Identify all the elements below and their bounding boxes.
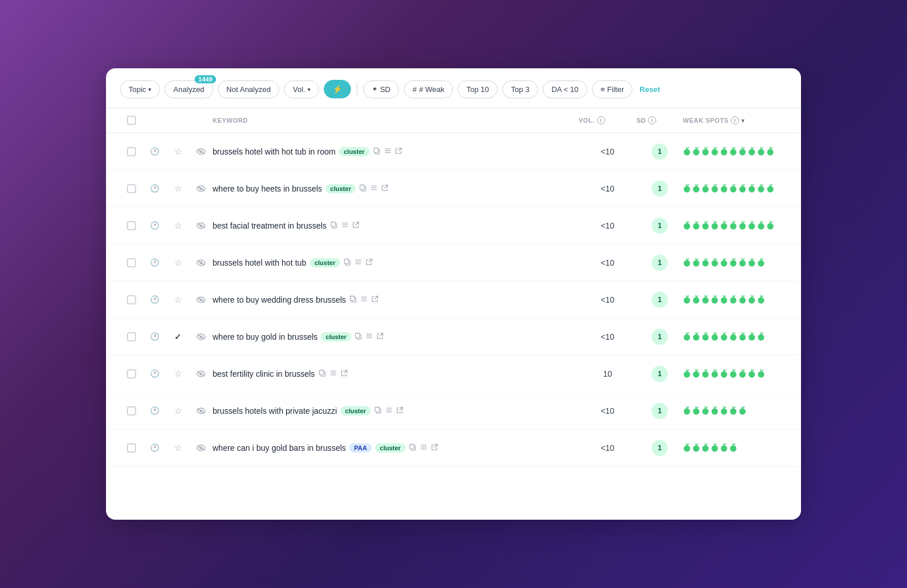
hide-icon[interactable]: [189, 259, 213, 266]
row-checkbox[interactable]: [127, 258, 136, 267]
cluster-tag: cluster: [341, 406, 371, 416]
copy-icon[interactable]: [359, 184, 367, 193]
hide-icon[interactable]: [189, 407, 213, 414]
reset-button[interactable]: Reset: [637, 81, 662, 98]
list-icon[interactable]: [385, 406, 393, 416]
sd-badge: 1: [652, 329, 668, 345]
checkmark-icon[interactable]: ✓: [166, 332, 189, 341]
hide-icon[interactable]: [189, 148, 213, 155]
sd-cell: 1: [637, 403, 683, 419]
hide-icon[interactable]: [189, 333, 213, 340]
row-checkbox[interactable]: [127, 332, 136, 341]
list-icon[interactable]: [360, 295, 368, 304]
copy-icon[interactable]: [330, 221, 338, 230]
row-checkbox[interactable]: [127, 406, 136, 416]
star-icon[interactable]: ☆: [166, 258, 189, 268]
star-icon[interactable]: ☆: [166, 220, 189, 231]
row-checkbox-cell: [120, 258, 143, 267]
keyword-text: where to buy wedding dress brussels: [213, 295, 346, 304]
sd-cell: 1: [637, 440, 683, 456]
star-icon[interactable]: ☆: [166, 183, 189, 194]
clock-icon: 🕐: [143, 332, 166, 341]
weak-button[interactable]: # # Weak: [404, 80, 453, 98]
hide-icon[interactable]: [189, 444, 213, 451]
row-checkbox-cell: [120, 295, 143, 304]
weak-spot-icon: [711, 369, 719, 379]
star-icon[interactable]: ☆: [166, 146, 189, 157]
hide-icon[interactable]: [189, 185, 213, 192]
list-icon[interactable]: [354, 258, 362, 267]
svg-point-29: [712, 186, 718, 192]
sd-info-icon[interactable]: i: [648, 116, 656, 124]
top3-button[interactable]: Top 3: [502, 80, 538, 98]
vol-button[interactable]: Vol. ▾: [284, 80, 319, 98]
reset-label: Reset: [639, 85, 660, 94]
star-icon[interactable]: ☆: [166, 369, 189, 379]
weak-spot-icon: [720, 146, 728, 157]
copy-icon[interactable]: [373, 147, 381, 156]
list-icon[interactable]: [330, 369, 337, 378]
copy-icon[interactable]: [409, 443, 416, 453]
svg-rect-74: [350, 296, 354, 300]
row-checkbox[interactable]: [127, 369, 136, 378]
topic-button[interactable]: Topic ▾: [120, 80, 160, 98]
external-link-icon[interactable]: [371, 295, 378, 304]
weak-info-icon[interactable]: i: [731, 116, 739, 124]
not-analyzed-button[interactable]: Not Analyzed: [218, 80, 280, 98]
list-icon[interactable]: [420, 443, 427, 453]
copy-icon[interactable]: [319, 369, 326, 378]
sd-button[interactable]: ✦ SD: [363, 80, 399, 98]
list-icon[interactable]: [341, 221, 349, 230]
svg-point-147: [703, 445, 709, 451]
clock-icon: 🕐: [143, 258, 166, 267]
copy-icon[interactable]: [374, 406, 382, 416]
list-icon[interactable]: [384, 147, 392, 156]
weak-spot-icon: [729, 332, 737, 342]
row-checkbox[interactable]: [127, 184, 136, 193]
svg-point-46: [703, 223, 709, 229]
external-link-icon[interactable]: [395, 147, 402, 156]
external-link-icon[interactable]: [341, 369, 348, 378]
clock-icon: 🕐: [143, 443, 166, 452]
external-link-icon[interactable]: [381, 184, 388, 193]
external-link-icon[interactable]: [431, 443, 438, 453]
hide-icon[interactable]: [189, 222, 213, 229]
external-link-icon[interactable]: [376, 332, 383, 341]
analyzed-button[interactable]: Analyzed 1449: [164, 80, 213, 98]
row-checkbox[interactable]: [127, 443, 136, 453]
external-link-icon[interactable]: [352, 221, 359, 230]
weak-spot-icon: [701, 295, 709, 305]
hide-icon[interactable]: [189, 296, 213, 303]
weak-sort-icon[interactable]: ▾: [741, 117, 745, 124]
external-link-icon[interactable]: [365, 258, 372, 267]
copy-icon[interactable]: [343, 258, 351, 267]
top10-button[interactable]: Top 10: [458, 80, 498, 98]
svg-point-10: [703, 149, 709, 155]
list-icon[interactable]: [370, 184, 378, 193]
filter-active-button[interactable]: ⚡: [324, 80, 351, 98]
star-icon[interactable]: ☆: [166, 406, 189, 416]
svg-point-17: [767, 149, 774, 155]
weak-spot-icon: [720, 369, 728, 379]
row-checkbox[interactable]: [127, 221, 136, 230]
svg-point-120: [749, 371, 755, 377]
svg-point-30: [721, 186, 727, 192]
row-checkbox[interactable]: [127, 295, 136, 304]
copy-icon[interactable]: [349, 295, 357, 304]
star-icon[interactable]: ☆: [166, 443, 189, 453]
svg-point-104: [758, 334, 765, 340]
copy-icon[interactable]: [354, 332, 362, 341]
hide-icon[interactable]: [189, 370, 213, 377]
star-icon[interactable]: ☆: [166, 295, 189, 305]
select-all-checkbox[interactable]: [127, 116, 136, 125]
table-row: 🕐☆ best facial treatment in brussels<101: [106, 207, 801, 244]
vol-info-icon[interactable]: i: [597, 116, 605, 124]
da-button[interactable]: DA < 10: [543, 80, 587, 98]
filter-button[interactable]: ≡ Filter: [592, 80, 632, 98]
weak-spot-icon: [692, 146, 700, 157]
list-icon[interactable]: [365, 332, 373, 341]
external-link-icon[interactable]: [396, 406, 403, 416]
weak-spot-icon: [711, 406, 719, 416]
row-checkbox[interactable]: [127, 147, 136, 156]
weak-spots-cell: [683, 443, 787, 453]
